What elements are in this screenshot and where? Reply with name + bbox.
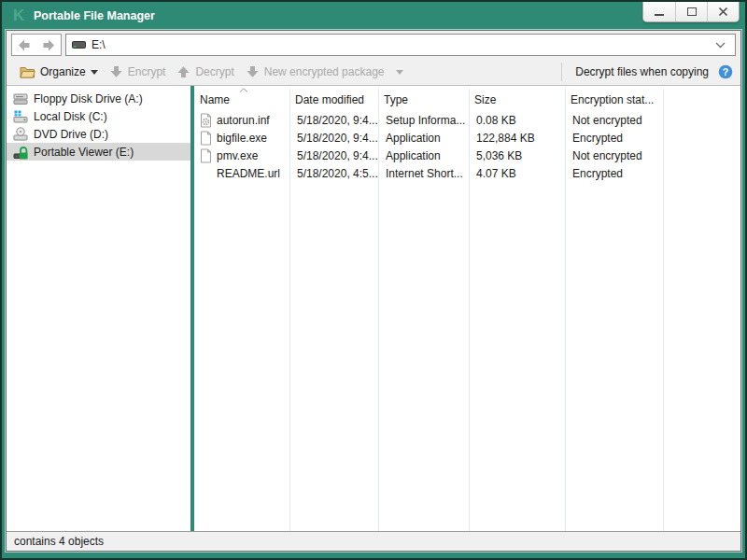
toolbar-right-group: Decrypt files when copying ? [561, 63, 733, 81]
file-date-modified: 5/18/2020, 9:4... [289, 149, 378, 162]
back-arrow-icon [17, 38, 32, 52]
list-header: Name Date modified Type Size Encryption … [194, 86, 740, 111]
navigation-bar: E:\ [7, 31, 740, 59]
close-button[interactable] [707, 2, 739, 21]
kaspersky-logo-icon: K [13, 7, 34, 25]
forward-arrow-icon [41, 38, 56, 52]
help-icon: ? [718, 64, 733, 79]
file-name: autorun.inf [217, 114, 270, 127]
column-header-label: Type [384, 93, 408, 106]
drive-icon [72, 39, 86, 50]
column-header[interactable]: Size [469, 86, 565, 111]
drive-label: Floppy Disk Drive (A:) [34, 92, 143, 105]
sidebar-item-drive[interactable]: Local Disk (C:) [7, 107, 190, 125]
column-header[interactable]: Type [378, 86, 469, 111]
main-area: Floppy Disk Drive (A:) Local Disk (C:) D… [7, 85, 740, 531]
app-body: E:\ Organize Encrypt [6, 30, 741, 552]
file-date-modified: 5/18/2020, 4:5... [289, 167, 378, 180]
package-arrow-down-icon [246, 65, 260, 78]
file-type: Application [378, 149, 469, 162]
address-dropdown-button[interactable] [712, 42, 729, 49]
minimize-icon [655, 14, 664, 16]
column-header-label: Size [474, 93, 496, 106]
file-row[interactable]: pmv.exe 5/18/2020, 9:4... Application 5,… [194, 147, 740, 164]
column-header[interactable]: Date modified [289, 86, 378, 111]
organize-label: Organize [40, 65, 86, 78]
file-row[interactable]: README.url 5/18/2020, 4:5... Internet Sh… [194, 164, 740, 182]
column-header-label: Encryption stat... [571, 93, 654, 106]
file-row[interactable]: autorun.inf 5/18/2020, 9:4... Setup Info… [194, 111, 740, 129]
new-package-label: New encrypted package [264, 65, 385, 78]
decrypt-when-copying-label: Decrypt files when copying [575, 65, 709, 78]
dvd-drive-icon [13, 127, 29, 142]
status-text: contains 4 objects [14, 535, 104, 548]
maximize-button[interactable] [675, 2, 707, 21]
file-size: 5,036 KB [469, 149, 565, 162]
drives-sidebar: Floppy Disk Drive (A:) Local Disk (C:) D… [7, 86, 190, 531]
portable-file-manager-window: K Portable File Manager [0, 0, 747, 560]
file-name: bigfile.exe [217, 132, 267, 145]
folder-icon [20, 65, 35, 78]
column-header[interactable]: Encryption stat... [565, 86, 663, 111]
organize-caret-icon [91, 70, 98, 75]
file-encryption-status: Encrypted [565, 132, 663, 145]
column-header-label: Date modified [295, 93, 364, 106]
setup-file-icon [199, 113, 213, 128]
file-name: pmv.exe [217, 149, 258, 162]
file-name: README.url [217, 167, 280, 180]
new-encrypted-package-button[interactable]: New encrypted package [240, 63, 410, 81]
window-title: Portable File Manager [34, 9, 155, 22]
column-header-label: Name [200, 93, 230, 106]
blank-icon [199, 166, 213, 181]
sidebar-item-drive[interactable]: Floppy Disk Drive (A:) [7, 90, 190, 107]
forward-button[interactable] [40, 37, 57, 52]
drive-label: DVD Drive (D:) [34, 128, 108, 141]
drive-label: Portable Viewer (E:) [34, 146, 134, 159]
file-date-modified: 5/18/2020, 9:4... [289, 132, 378, 145]
file-type: Internet Short... [378, 167, 469, 180]
file-size: 4.07 KB [469, 167, 565, 180]
column-header[interactable] [663, 86, 740, 111]
encrypt-arrow-down-icon [109, 65, 123, 78]
file-rows: autorun.inf 5/18/2020, 9:4... Setup Info… [194, 111, 740, 182]
back-button[interactable] [16, 37, 33, 52]
file-encryption-status: Encrypted [565, 167, 663, 180]
local-disk-icon [13, 109, 29, 124]
decrypt-label: Decrypt [195, 65, 233, 78]
file-size: 0.08 KB [469, 114, 565, 127]
file-type: Setup Informa... [378, 114, 469, 127]
close-icon [718, 7, 728, 17]
toolbar: Organize Encrypt Decrypt New encrypted p… [7, 59, 740, 85]
maximize-icon [687, 7, 697, 16]
package-caret-icon [396, 70, 403, 75]
file-icon [199, 131, 213, 146]
nav-buttons-group [11, 34, 62, 56]
column-header[interactable]: Name [194, 86, 289, 111]
help-button[interactable]: ? [718, 64, 733, 79]
sort-ascending-icon [239, 88, 248, 92]
file-row[interactable]: bigfile.exe 5/18/2020, 9:4... Applicatio… [194, 129, 740, 147]
address-text: E:\ [92, 38, 706, 51]
locked-drive-icon [13, 145, 29, 160]
sidebar-item-drive[interactable]: DVD Drive (D:) [7, 125, 190, 143]
minimize-button[interactable] [643, 2, 675, 21]
file-list-panel: Name Date modified Type Size Encryption … [194, 86, 740, 531]
file-encryption-status: Not encrypted [565, 149, 663, 162]
chevron-down-icon [715, 42, 726, 49]
sidebar-item-drive[interactable]: Portable Viewer (E:) [7, 143, 190, 161]
svg-text:?: ? [723, 66, 728, 77]
decrypt-arrow-up-icon [176, 65, 190, 78]
status-bar: contains 4 objects [7, 531, 740, 551]
address-bar[interactable]: E:\ [65, 34, 736, 56]
file-icon [199, 148, 213, 163]
drive-label: Local Disk (C:) [34, 110, 107, 123]
floppy-drive-icon [13, 91, 29, 106]
toolbar-separator [561, 63, 562, 81]
encrypt-label: Encrypt [128, 65, 166, 78]
file-type: Application [378, 132, 469, 145]
titlebar: K Portable File Manager [2, 2, 745, 30]
decrypt-button[interactable]: Decrypt [171, 63, 239, 81]
file-date-modified: 5/18/2020, 9:4... [289, 114, 378, 127]
encrypt-button[interactable]: Encrypt [104, 63, 172, 81]
organize-button[interactable]: Organize [14, 63, 104, 81]
